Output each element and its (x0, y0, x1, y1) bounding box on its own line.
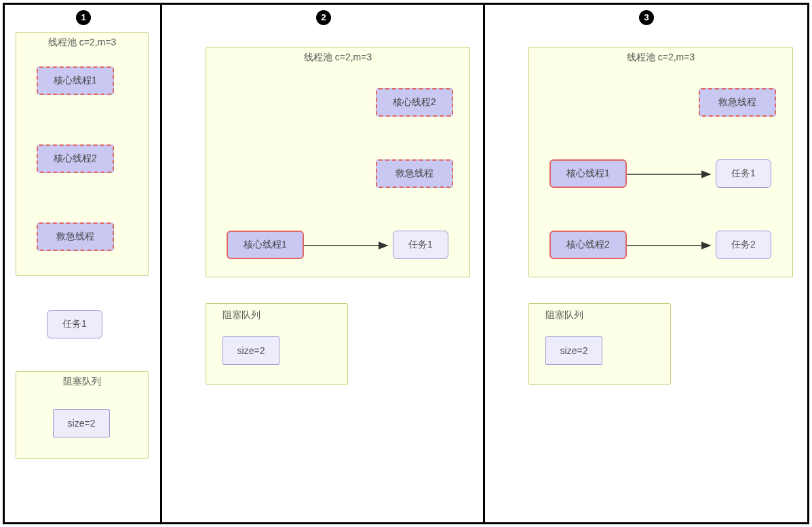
thread-label: 核心线程2 (393, 96, 436, 109)
pool-title-3: 线程池 c=2,m=3 (529, 52, 792, 64)
thread-label: 核心线程2 (54, 153, 97, 165)
pool-box-2: 线程池 c=2,m=3 核心线程2 救急线程 核心线程1 任务1 (206, 47, 470, 277)
thread-label: 救急线程 (718, 96, 756, 109)
size-label: size=2 (68, 418, 96, 429)
pool-box-3: 线程池 c=2,m=3 救急线程 核心线程1 任务1 核心线程2 任务2 (528, 47, 793, 277)
thread-label: 核心线程1 (54, 75, 97, 87)
thread-label: 救急线程 (395, 168, 433, 180)
task-label: 任务2 (731, 239, 756, 251)
task-1-p3: 任务1 (716, 159, 771, 188)
badge-1: 1 (76, 10, 91, 25)
emergency-thread-p3: 救急线程 (699, 88, 776, 117)
queue-title-3: 阻塞队列 (545, 309, 583, 321)
core-thread-1-p2: 核心线程1 (227, 231, 304, 259)
pool-box-1: 线程池 c=2,m=3 核心线程1 核心线程2 救急线程 (16, 32, 149, 276)
queue-size-1: size=2 (53, 409, 110, 437)
queue-box-1: 阻塞队列 size=2 (16, 371, 149, 459)
pool-title-1: 线程池 c=2,m=3 (16, 37, 148, 49)
task-1-p2: 任务1 (393, 231, 448, 259)
emergency-thread-p2: 救急线程 (376, 159, 453, 188)
task-label: 任务1 (731, 168, 756, 180)
task-label: 任务1 (62, 318, 87, 330)
badge-2: 2 (316, 10, 331, 25)
panel-2: 2 线程池 c=2,m=3 核心线程2 救急线程 核心线程1 任务1 阻塞队列 … (162, 5, 485, 522)
diagram-canvas: 1 线程池 c=2,m=3 核心线程1 核心线程2 救急线程 任务1 阻塞队列 … (0, 0, 812, 527)
thread-label: 核心线程2 (566, 239, 610, 251)
queue-size-3: size=2 (545, 336, 602, 365)
task-1-p1: 任务1 (47, 310, 102, 338)
core-thread-2-p2: 核心线程2 (376, 88, 453, 117)
pool-title-2: 线程池 c=2,m=3 (206, 52, 469, 64)
core-thread-1-p1: 核心线程1 (37, 66, 114, 95)
panel-1: 1 线程池 c=2,m=3 核心线程1 核心线程2 救急线程 任务1 阻塞队列 … (5, 5, 162, 522)
panel-3: 3 线程池 c=2,m=3 救急线程 核心线程1 任务1 核心线程2 任务2 阻… (485, 5, 807, 522)
thread-label: 核心线程1 (566, 168, 610, 180)
queue-size-2: size=2 (223, 336, 279, 365)
emergency-thread-p1: 救急线程 (37, 222, 114, 251)
size-label: size=2 (560, 345, 588, 356)
queue-box-3: 阻塞队列 size=2 (528, 303, 671, 385)
arrow-core2-task2-p3 (627, 245, 716, 246)
arrow-core1-task1-p2 (304, 245, 393, 246)
badge-3: 3 (639, 10, 654, 25)
task-label: 任务1 (408, 239, 433, 251)
core-thread-2-p3: 核心线程2 (549, 231, 627, 259)
task-2-p3: 任务2 (716, 231, 771, 259)
core-thread-1-p3: 核心线程1 (549, 159, 627, 188)
core-thread-2-p1: 核心线程2 (37, 144, 114, 173)
queue-title-1: 阻塞队列 (16, 376, 148, 388)
size-label: size=2 (237, 345, 265, 356)
queue-title-2: 阻塞队列 (223, 309, 260, 321)
arrow-core1-task1-p3 (627, 174, 716, 175)
thread-label: 救急线程 (56, 231, 94, 243)
queue-box-2: 阻塞队列 size=2 (206, 303, 348, 385)
thread-label: 核心线程1 (244, 239, 287, 251)
